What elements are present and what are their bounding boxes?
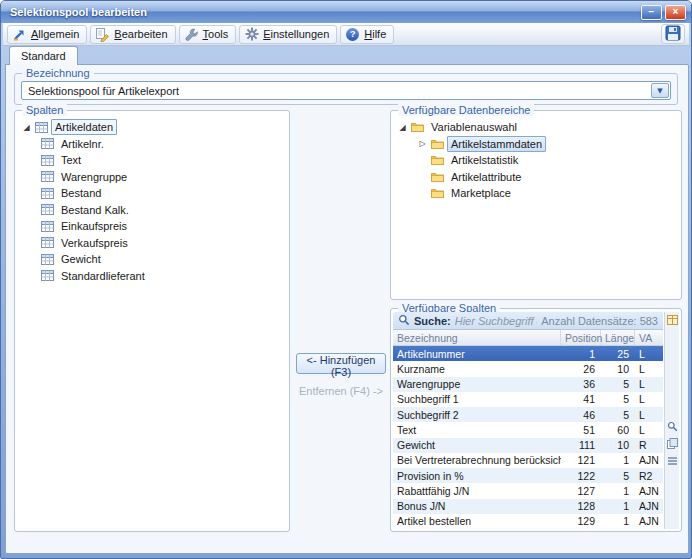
column-header-va[interactable]: VA: [635, 332, 663, 344]
cell-position: 128: [561, 500, 601, 512]
toolbar-button-allgemein[interactable]: Allgemein: [7, 25, 87, 44]
datenbereiche-root-item[interactable]: ◢ Variablenauswahl: [397, 119, 677, 136]
toolbar-button-hilfe[interactable]: ? Hilfe: [340, 25, 394, 44]
minimize-button[interactable]: −: [641, 5, 662, 20]
cell-position: 121: [561, 454, 601, 466]
cell-bezeichnung: Suchbegriff 2: [393, 409, 561, 421]
datenbereich-tree-item[interactable]: Marketplace: [397, 185, 677, 202]
table-row[interactable]: Gewicht 111 10 R: [393, 438, 663, 453]
add-button[interactable]: <- Hinzufügen (F3): [296, 353, 386, 374]
bezeichnung-combobox[interactable]: Selektionspool für Artikelexport ▼: [21, 81, 671, 100]
table-row[interactable]: Artikel bestellen 129 1 AJN: [393, 514, 663, 529]
cell-laenge: 1: [601, 485, 635, 497]
window: Selektionspool bearbeiten − × Allgemein …: [0, 0, 692, 559]
datenbereich-item-label: Artikelattribute: [447, 169, 525, 185]
combobox-value: Selektionspool für Artikelexport: [22, 85, 651, 97]
spalten-tree-item[interactable]: Bestand Kalk.: [21, 202, 285, 219]
table-icon: [41, 254, 54, 265]
cell-laenge: 1: [601, 515, 635, 527]
cell-position: 122: [561, 470, 601, 482]
table-row[interactable]: Bei Vertreterabrechnung berücksichtige 1…: [393, 453, 663, 468]
cell-bezeichnung: Bei Vertreterabrechnung berücksichtige: [393, 454, 561, 466]
toolbar-button-einstellungen[interactable]: Einstellungen: [239, 25, 337, 44]
zoom-search-icon[interactable]: [666, 420, 679, 433]
spalten-tree: ◢ Artikeldaten Artikelnr. Text Warengrup…: [21, 119, 285, 527]
bezeichnung-group: Bezeichnung Selektionspool für Artikelex…: [14, 73, 678, 105]
spalten-tree-item[interactable]: Bestand: [21, 185, 285, 202]
cell-va: AJN: [635, 485, 663, 497]
toolbar-button-tools[interactable]: Tools: [179, 25, 237, 44]
table-row[interactable]: Kurzname 26 10 L: [393, 361, 663, 376]
datenbereich-item-label: Artikelstatistik: [447, 152, 522, 168]
table-row[interactable]: Artikelnummer 1 25 L: [393, 346, 663, 361]
cell-laenge: 5: [601, 378, 635, 390]
spalten-group: Spalten ◢ Artikeldaten Artikelnr. Text: [14, 110, 290, 532]
spalten-tree-item[interactable]: Gewicht: [21, 251, 285, 268]
spalten-tree-item[interactable]: Warengruppe: [21, 169, 285, 186]
transfer-panel: <- Hinzufügen (F3) Entfernen (F4) ->: [292, 110, 390, 532]
table-row[interactable]: Bonus J/N 128 1 AJN: [393, 499, 663, 514]
chevron-down-icon: ▼: [657, 87, 662, 95]
search-bar[interactable]: Suche: Hier Suchbegriff einge Anzahl Dat…: [393, 312, 663, 330]
cell-bezeichnung: Provision in %: [393, 470, 561, 482]
spalten-root-label: Artikeldaten: [51, 119, 117, 135]
datenbereiche-label: Verfügbare Datenbereiche: [398, 104, 534, 116]
spalten-tree-item[interactable]: Standardlieferant: [21, 268, 285, 285]
datenbereich-tree-item[interactable]: Artikelattribute: [397, 169, 677, 186]
datenbereiche-tree: ◢ Variablenauswahl ▷ Artikelstammdaten A…: [397, 119, 677, 295]
spalten-item-label: Text: [57, 152, 85, 168]
tab-page: Bezeichnung Selektionspool für Artikelex…: [5, 64, 689, 554]
table-row[interactable]: Suchbegriff 2 46 5 L: [393, 407, 663, 422]
folder-icon: [431, 188, 444, 198]
cell-bezeichnung: Rabattfähig J/N: [393, 485, 561, 497]
spalten-tree-item[interactable]: Text: [21, 152, 285, 169]
table-row[interactable]: Rabattfähig J/N 127 1 AJN: [393, 483, 663, 498]
tab-standard[interactable]: Standard: [9, 46, 78, 65]
expander-open-icon[interactable]: ◢: [397, 123, 408, 132]
cell-position: 41: [561, 393, 601, 405]
cell-position: 129: [561, 515, 601, 527]
folder-icon: [411, 122, 424, 132]
spalten-tree-item[interactable]: Einkaufspreis: [21, 218, 285, 235]
spalten-tree-item[interactable]: Verkaufspreis: [21, 235, 285, 252]
table-row[interactable]: Provision in % 122 5 R2: [393, 468, 663, 483]
table-row[interactable]: Suchbegriff 1 41 5 L: [393, 392, 663, 407]
expander-open-icon[interactable]: ◢: [21, 123, 32, 132]
cell-position: 127: [561, 485, 601, 497]
cell-laenge: 1: [601, 454, 635, 466]
spalten-root-item[interactable]: ◢ Artikeldaten: [21, 119, 285, 136]
table-icon: [41, 188, 54, 199]
close-button[interactable]: ×: [665, 5, 686, 20]
copy-grid-icon[interactable]: [666, 437, 679, 450]
column-header-bezeichnung[interactable]: Bezeichnung: [393, 330, 561, 345]
spalten-item-label: Einkaufspreis: [57, 218, 131, 234]
datenbereich-tree-item[interactable]: ▷ Artikelstammdaten: [397, 136, 677, 153]
column-chooser-icon[interactable]: [666, 313, 679, 326]
toolbar-button-bearbeiten[interactable]: Bearbeiten: [90, 25, 175, 44]
expander-icon[interactable]: ▷: [417, 139, 428, 148]
cell-bezeichnung: Artikelnummer: [393, 348, 561, 360]
titlebar[interactable]: Selektionspool bearbeiten − ×: [1, 1, 691, 23]
datenbereich-tree-item[interactable]: Artikelstatistik: [397, 152, 677, 169]
toolbar-label: Allgemein: [31, 28, 79, 40]
bezeichnung-label: Bezeichnung: [22, 67, 94, 79]
list-icon[interactable]: [666, 454, 679, 467]
cell-position: 1: [561, 348, 601, 360]
table-icon: [41, 171, 54, 182]
cell-va: AJN: [635, 454, 663, 466]
search-input[interactable]: Hier Suchbegriff einge: [455, 315, 538, 327]
save-icon: [665, 25, 681, 43]
cell-laenge: 5: [601, 409, 635, 421]
remove-button-disabled[interactable]: Entfernen (F4) ->: [292, 385, 390, 397]
column-header-laenge[interactable]: Länge: [601, 330, 635, 345]
save-button[interactable]: [661, 24, 685, 44]
table-body: Artikelnummer 1 25 L Kurzname 26 10 L Wa…: [393, 346, 663, 529]
spalten-tree-item[interactable]: Artikelnr.: [21, 136, 285, 153]
column-header-position[interactable]: Position: [561, 330, 601, 345]
table-row[interactable]: Text 51 60 L: [393, 422, 663, 437]
table-icon: [41, 138, 54, 149]
table-row[interactable]: Warengruppe 36 5 L: [393, 377, 663, 392]
cell-laenge: 10: [601, 363, 635, 375]
combobox-dropdown-button[interactable]: ▼: [651, 83, 669, 98]
cell-laenge: 10: [601, 439, 635, 451]
